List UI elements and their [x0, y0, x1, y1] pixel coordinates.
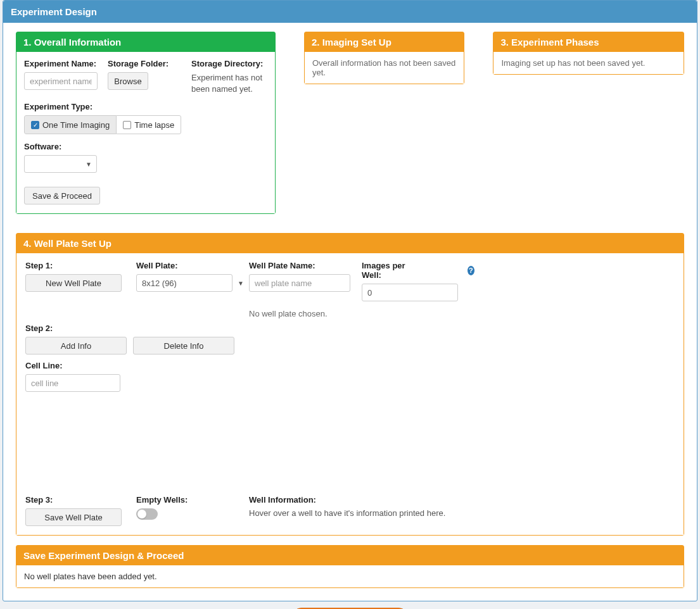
well-plate-name-col: Well Plate Name: — [249, 261, 362, 292]
storage-folder-label: Storage Folder: — [108, 59, 191, 68]
images-per-well-input[interactable] — [362, 284, 458, 301]
top-row: 1. Overall Information Experiment Name: … — [16, 32, 684, 214]
overall-info-header: 1. Overall Information — [16, 32, 275, 52]
experiment-phases-body: Imaging set up has not been saved yet. — [493, 52, 684, 74]
experiment-phases-header: 3. Experiment Phases — [493, 32, 684, 52]
step1-col: Step 1: New Well Plate — [25, 261, 136, 292]
save-experiment-status: No well plates have been added yet. — [24, 572, 157, 581]
well-info-text: Hover over a well to have it's informati… — [249, 508, 675, 518]
panel-title: Experiment Design — [3, 1, 697, 23]
new-well-plate-button[interactable]: New Well Plate — [25, 274, 122, 292]
cell-line-label: Cell Line: — [25, 361, 675, 370]
storage-folder-col: Storage Folder: Browse — [108, 59, 191, 94]
save-proceed-button[interactable]: Save & Proceed — [24, 187, 100, 204]
images-per-well-label: Images per Well: — [362, 261, 410, 280]
help-icon[interactable]: ? — [468, 266, 474, 275]
software-select-wrap: ▼ — [24, 155, 97, 173]
overall-info-card: 1. Overall Information Experiment Name: … — [16, 32, 276, 214]
well-plate-name-input[interactable] — [249, 274, 350, 292]
well-plate-label: Well Plate: — [136, 261, 249, 270]
add-info-button[interactable]: Add Info — [25, 337, 127, 355]
software-label: Software: — [24, 142, 267, 151]
time-lapse-label: Time lapse — [134, 120, 174, 130]
experiment-name-label: Experiment Name: — [24, 59, 108, 68]
overall-row-1: Experiment Name: Storage Folder: Browse … — [24, 59, 267, 94]
save-well-plate-button[interactable]: Save Well Plate — [25, 508, 122, 526]
checkbox-unchecked-icon — [123, 121, 131, 129]
one-time-imaging-label: One Time Imaging — [42, 120, 110, 130]
empty-wells-col: Empty Wells: — [136, 495, 249, 526]
step2-label: Step 2: — [25, 323, 675, 333]
well-plate-select-col: Well Plate: ▼ — [136, 261, 249, 292]
software-select[interactable] — [24, 155, 97, 173]
experiment-name-input[interactable] — [24, 72, 98, 90]
one-time-imaging-toggle[interactable]: ✓ One Time Imaging — [24, 115, 117, 134]
cell-line-input[interactable] — [25, 374, 120, 392]
empty-wells-label: Empty Wells: — [136, 495, 249, 505]
software-row: Software: ▼ — [24, 142, 267, 173]
storage-directory-label: Storage Directory: — [191, 59, 267, 68]
cell-line-row: Cell Line: — [25, 361, 675, 392]
storage-directory-col: Storage Directory: Experiment has not be… — [191, 59, 267, 94]
step3-label: Step 3: — [25, 495, 136, 505]
well-plate-card: 4. Well Plate Set Up Step 1: New Well Pl… — [16, 233, 684, 536]
well-plate-select[interactable] — [136, 274, 232, 292]
save-experiment-header: Save Experiment Design & Proceed — [16, 546, 684, 565]
wp-row-1: Step 1: New Well Plate Well Plate: ▼ Wel… — [25, 261, 675, 301]
well-info-label: Well Information: — [249, 495, 675, 505]
phases-status-text: Imaging set up has not been saved yet. — [501, 58, 645, 68]
info-buttons: Add Info Delete Info — [25, 337, 675, 355]
experiment-design-panel: Experiment Design 1. Overall Information… — [3, 0, 697, 601]
experiment-type-label: Experiment Type: — [24, 102, 267, 111]
panel-body: 1. Overall Information Experiment Name: … — [3, 23, 697, 601]
well-plate-header: 4. Well Plate Set Up — [16, 234, 684, 253]
step3-col: Step 3: Save Well Plate — [25, 495, 136, 526]
empty-wells-toggle[interactable] — [136, 508, 158, 520]
well-plate-select-wrap: ▼ — [136, 274, 249, 292]
overall-info-body: Experiment Name: Storage Folder: Browse … — [16, 52, 275, 213]
browse-button[interactable]: Browse — [108, 72, 148, 90]
imaging-setup-body: Overall information has not been saved y… — [305, 52, 464, 84]
images-per-well-col: Images per Well: ? — [362, 261, 474, 301]
experiment-name-col: Experiment Name: — [24, 59, 108, 94]
time-lapse-toggle[interactable]: Time lapse — [117, 115, 181, 134]
well-plate-body: Step 1: New Well Plate Well Plate: ▼ Wel… — [16, 253, 684, 535]
imaging-status-text: Overall information has not been saved y… — [312, 58, 455, 77]
experiment-phases-card: 3. Experiment Phases Imaging set up has … — [493, 32, 684, 75]
storage-directory-status: Experiment has not been named yet. — [191, 72, 267, 94]
imaging-setup-card: 2. Imaging Set Up Overall information ha… — [304, 32, 464, 84]
well-info-col: Well Information: Hover over a well to h… — [249, 495, 675, 526]
step1-label: Step 1: — [25, 261, 136, 270]
wp-row-2: Step 2: Add Info Delete Info — [25, 323, 675, 355]
imaging-setup-header: 2. Imaging Set Up — [305, 32, 464, 52]
ipw-header-row: Images per Well: ? — [362, 261, 474, 280]
experiment-type-toggle: ✓ One Time Imaging Time lapse — [24, 115, 181, 134]
save-experiment-card: Save Experiment Design & Proceed No well… — [16, 545, 684, 588]
experiment-type-row: Experiment Type: ✓ One Time Imaging Time… — [24, 102, 267, 134]
well-plate-name-label: Well Plate Name: — [249, 261, 362, 270]
delete-info-button[interactable]: Delete Info — [133, 337, 234, 355]
save-experiment-body: No well plates have been added yet. — [16, 565, 684, 587]
checkbox-checked-icon: ✓ — [31, 121, 39, 129]
wp-bottom-row: Step 3: Save Well Plate Empty Wells: Wel… — [25, 495, 675, 526]
caret-down-icon: ▼ — [238, 280, 244, 287]
no-well-plate-text: No well plate chosen. — [249, 309, 675, 318]
